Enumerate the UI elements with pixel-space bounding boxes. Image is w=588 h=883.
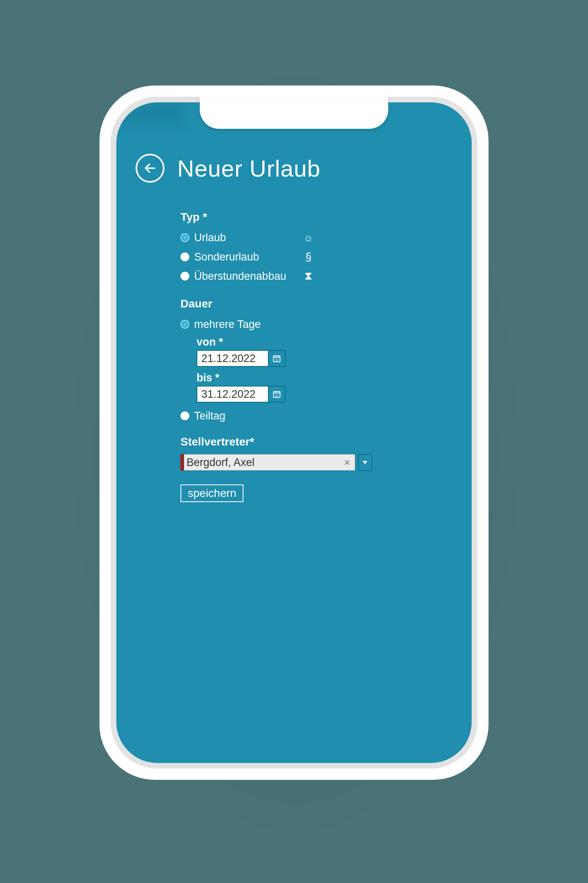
type-option-label: Überstundenabbau bbox=[194, 270, 286, 283]
radio-ueberstunden[interactable] bbox=[180, 272, 189, 281]
radio-urlaub[interactable] bbox=[180, 233, 189, 242]
to-label: bis * bbox=[197, 372, 448, 384]
duration-option-label: Teiltag bbox=[194, 410, 225, 422]
svg-text:31: 31 bbox=[275, 394, 278, 397]
calendar-icon: 31 bbox=[272, 354, 281, 363]
type-section-label: Typ * bbox=[180, 211, 448, 224]
sun-icon: ☼ bbox=[302, 232, 315, 243]
to-date-picker-button[interactable]: 31 bbox=[269, 386, 286, 403]
from-date-picker-button[interactable]: 31 bbox=[269, 350, 286, 367]
phone-notch bbox=[200, 97, 388, 129]
app-screen: Neuer Urlaub Typ * Urlaub ☼ bbox=[116, 102, 472, 763]
type-option-sonderurlaub[interactable]: Sonderurlaub § bbox=[180, 248, 448, 265]
caret-down-icon bbox=[363, 460, 367, 465]
from-date-input[interactable] bbox=[197, 350, 269, 367]
to-date-input[interactable] bbox=[197, 386, 269, 403]
type-option-ueberstunden[interactable]: Überstundenabbau ⧗ bbox=[180, 268, 448, 285]
duration-section-label: Dauer bbox=[180, 297, 448, 310]
section-icon: § bbox=[302, 251, 315, 262]
back-button[interactable] bbox=[136, 154, 164, 183]
save-button[interactable]: speichern bbox=[180, 484, 243, 502]
duration-option-multi[interactable]: mehrere Tage bbox=[180, 316, 448, 333]
new-leave-form: Typ * Urlaub ☼ Sonderurlaub § bbox=[180, 211, 448, 502]
page-title: Neuer Urlaub bbox=[177, 155, 320, 182]
svg-text:31: 31 bbox=[275, 358, 278, 362]
from-label: von * bbox=[197, 336, 448, 348]
deputy-combobox[interactable]: Bergdorf, Axel × bbox=[180, 454, 372, 471]
phone-frame: Neuer Urlaub Typ * Urlaub ☼ bbox=[99, 85, 489, 780]
deputy-label: Stellvertreter* bbox=[180, 435, 448, 448]
duration-option-label: mehrere Tage bbox=[194, 318, 261, 331]
svg-marker-11 bbox=[363, 461, 367, 464]
radio-multi-days[interactable] bbox=[180, 320, 189, 329]
deputy-dropdown-button[interactable] bbox=[358, 454, 372, 471]
radio-partial-day[interactable] bbox=[180, 411, 189, 420]
duration-option-partial[interactable]: Teiltag bbox=[180, 407, 448, 424]
deputy-value: Bergdorf, Axel bbox=[187, 456, 343, 469]
validation-bar bbox=[180, 454, 184, 471]
type-option-label: Sonderurlaub bbox=[194, 251, 259, 263]
type-option-label: Urlaub bbox=[194, 232, 226, 244]
radio-sonderurlaub[interactable] bbox=[180, 252, 189, 261]
type-option-urlaub[interactable]: Urlaub ☼ bbox=[180, 229, 448, 246]
arrow-left-icon bbox=[143, 161, 157, 175]
calendar-icon: 31 bbox=[272, 390, 281, 399]
hourglass-icon: ⧗ bbox=[302, 271, 315, 282]
clear-icon[interactable]: × bbox=[343, 456, 352, 469]
